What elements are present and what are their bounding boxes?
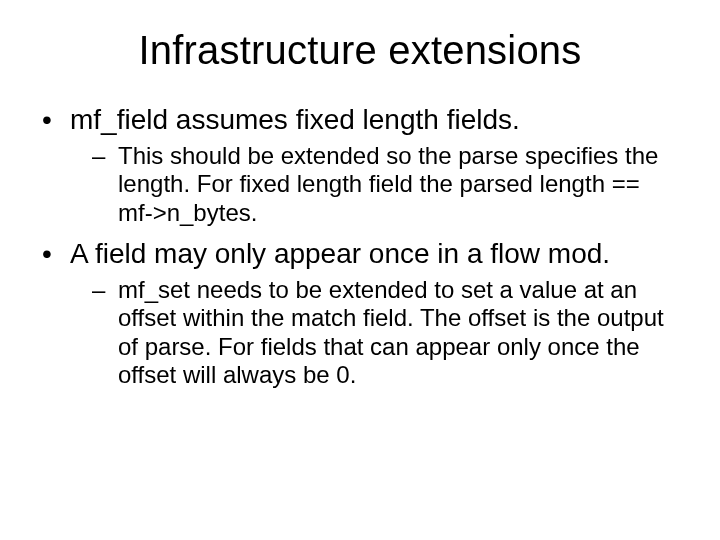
sub-bullet-text: mf_set needs to be extended to set a val… — [118, 276, 664, 388]
sub-bullet-list: mf_set needs to be extended to set a val… — [70, 276, 680, 389]
list-item: mf_field assumes fixed length fields. Th… — [40, 103, 680, 227]
sub-bullet-text: This should be extended so the parse spe… — [118, 142, 658, 226]
list-item: A field may only appear once in a flow m… — [40, 237, 680, 389]
bullet-list: mf_field assumes fixed length fields. Th… — [40, 103, 680, 389]
slide: Infrastructure extensions mf_field assum… — [0, 0, 720, 540]
bullet-text: mf_field assumes fixed length fields. — [70, 104, 520, 135]
list-item: This should be extended so the parse spe… — [70, 142, 680, 227]
list-item: mf_set needs to be extended to set a val… — [70, 276, 680, 389]
sub-bullet-list: This should be extended so the parse spe… — [70, 142, 680, 227]
slide-title: Infrastructure extensions — [40, 28, 680, 73]
bullet-text: A field may only appear once in a flow m… — [70, 238, 610, 269]
